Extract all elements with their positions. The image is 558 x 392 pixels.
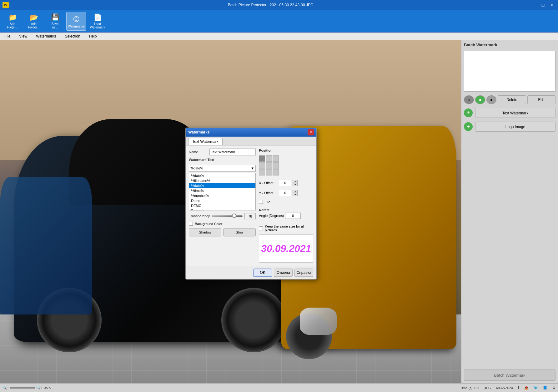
- transparency-slider[interactable]: [212, 215, 243, 217]
- menu-selection[interactable]: Selection: [63, 33, 82, 39]
- text-watermark-row: + Text Watermark: [464, 108, 555, 118]
- pos-bot-left[interactable]: [259, 169, 265, 175]
- help-button[interactable]: Справка: [294, 269, 313, 277]
- add-files-button[interactable]: 📁 AddFile(s)...: [3, 12, 23, 31]
- pos-bot-center[interactable]: [266, 169, 272, 175]
- window-title: Batch Picture Protector - 2021-06-30 22-…: [11, 3, 530, 7]
- logo-image-row: + Logo Image: [464, 122, 555, 132]
- y-offset-spinners: ▲ ▼: [293, 190, 298, 196]
- app-logo: W: [3, 2, 9, 8]
- batch-watermark-button[interactable]: Batch Watermark: [464, 369, 555, 381]
- keep-size-label: Keep the same size for all pictures: [265, 224, 313, 232]
- social-icon-2[interactable]: 📘: [543, 386, 547, 390]
- pos-top-center[interactable]: [266, 155, 272, 162]
- pos-top-right[interactable]: [273, 155, 279, 162]
- edit-button[interactable]: Edit: [527, 95, 556, 104]
- add-folder-icon: 📂: [30, 13, 38, 22]
- keep-size-checkbox[interactable]: [259, 226, 263, 230]
- settings-icon[interactable]: ⚙: [552, 386, 555, 390]
- tile-label: Tile: [265, 200, 270, 204]
- pos-row-3: [259, 169, 313, 175]
- load-watermark-button[interactable]: 📄 LoadWatermark: [88, 12, 108, 31]
- pos-mid-right[interactable]: [273, 162, 279, 168]
- text-watermark-button[interactable]: Text Watermark: [475, 108, 555, 118]
- add-logo-image-btn[interactable]: +: [464, 122, 473, 131]
- zoom-in-icon[interactable]: 🔍+: [36, 386, 43, 390]
- background-color-checkbox[interactable]: [189, 222, 193, 226]
- y-offset-label: Y - Offset: [259, 191, 278, 195]
- logo-image-button[interactable]: Logo Image: [475, 122, 555, 132]
- y-offset-row: Y - Offset ▲ ▼: [259, 190, 313, 196]
- dropdown-item-1[interactable]: %filename%: [189, 178, 255, 183]
- dialog-title: Watermarks: [188, 130, 209, 134]
- angle-input[interactable]: [285, 213, 301, 219]
- cancel-button[interactable]: Отмена: [274, 269, 293, 277]
- share-icon[interactable]: 📤: [524, 386, 529, 390]
- dropdown-item-6[interactable]: DEMO: [189, 203, 255, 208]
- save-as-label: Saveas...: [52, 22, 59, 29]
- glow-button[interactable]: Glow: [223, 228, 256, 236]
- ok-button[interactable]: OK: [253, 269, 272, 277]
- angle-row: Angle (Degrees): [259, 213, 313, 219]
- menu-view[interactable]: View: [17, 33, 29, 39]
- social-icon-1[interactable]: 🐦: [534, 386, 538, 390]
- y-offset-input[interactable]: [279, 190, 291, 196]
- x-offset-down[interactable]: ▼: [293, 183, 298, 186]
- transparency-label: Transparency: [189, 214, 210, 218]
- x-offset-up[interactable]: ▲: [293, 180, 298, 183]
- panel-icon-row: ○ ● ● Delete Edit: [464, 95, 555, 104]
- watermarks-button[interactable]: © Watermarks: [66, 12, 86, 31]
- dialog-left-panel: Name Watermark Text %date% ▼ %date% %fil…: [189, 148, 256, 263]
- tab-text-watermark[interactable]: Text Watermark: [188, 138, 223, 145]
- shadow-button[interactable]: Shadow: [189, 228, 221, 236]
- dropdown-item-5[interactable]: Demo: [189, 198, 255, 203]
- position-label: Position: [259, 148, 313, 152]
- chrome-bumper: [300, 308, 337, 335]
- menu-file[interactable]: File: [3, 33, 12, 39]
- panel-icon-3[interactable]: ●: [486, 95, 496, 104]
- dropdown-item-0[interactable]: %date%: [189, 173, 255, 178]
- pos-mid-center[interactable]: [266, 162, 272, 168]
- pos-row-2: [259, 162, 313, 168]
- pos-bot-right[interactable]: [273, 169, 279, 175]
- dropdown-item-2[interactable]: %date%: [189, 183, 255, 188]
- zoom-out-icon[interactable]: 🔍−: [3, 386, 9, 390]
- restore-button[interactable]: □: [539, 1, 547, 9]
- menu-help[interactable]: Help: [87, 33, 99, 39]
- watermark-preview: 30.09.2021: [259, 234, 313, 263]
- watermark-text-section-label: Watermark Text: [189, 158, 256, 162]
- name-field-row: Name: [189, 148, 256, 155]
- watermark-text-dropdown[interactable]: %date% ▼: [189, 165, 256, 172]
- panel-icon-1[interactable]: ○: [464, 95, 474, 104]
- save-as-button[interactable]: 💾 Saveas...: [45, 12, 65, 31]
- y-offset-down[interactable]: ▼: [293, 193, 298, 196]
- delete-button[interactable]: Delete: [498, 95, 526, 104]
- info-icon[interactable]: ℹ: [518, 386, 519, 390]
- minimize-button[interactable]: −: [530, 1, 538, 9]
- dialog-close-button[interactable]: ×: [308, 129, 314, 135]
- rear-wheel: [221, 288, 286, 353]
- add-folder-button[interactable]: 📂 AddFolder...: [24, 12, 44, 31]
- keep-size-row: Keep the same size for all pictures: [259, 224, 313, 232]
- save-icon: 💾: [51, 13, 59, 22]
- dropdown-list: %date% %filename% %date% %time% %number%…: [189, 173, 256, 210]
- load-watermark-label: LoadWatermark: [90, 22, 105, 29]
- tile-checkbox[interactable]: [259, 200, 263, 204]
- pos-mid-left[interactable]: [259, 162, 265, 168]
- watermarks-icon: ©: [73, 14, 79, 24]
- close-button[interactable]: ×: [548, 1, 555, 9]
- dropdown-item-3[interactable]: %time%: [189, 188, 255, 193]
- add-text-watermark-btn[interactable]: +: [464, 108, 473, 117]
- name-input[interactable]: [209, 148, 256, 155]
- menu-watermarks[interactable]: Watermarks: [34, 33, 58, 39]
- dialog-tab-row: Text Watermark: [186, 137, 316, 145]
- x-offset-input[interactable]: [279, 180, 291, 186]
- zoom-slider[interactable]: [10, 387, 35, 389]
- dropdown-item-7[interactable]: Example: [189, 208, 255, 210]
- window-controls: − □ ×: [530, 1, 555, 9]
- dropdown-item-4[interactable]: %number%: [189, 193, 255, 198]
- pos-top-left[interactable]: [259, 155, 265, 162]
- y-offset-up[interactable]: ▲: [293, 190, 298, 193]
- panel-icon-2[interactable]: ●: [475, 95, 485, 104]
- dimensions-label: 4032x3024: [496, 386, 513, 390]
